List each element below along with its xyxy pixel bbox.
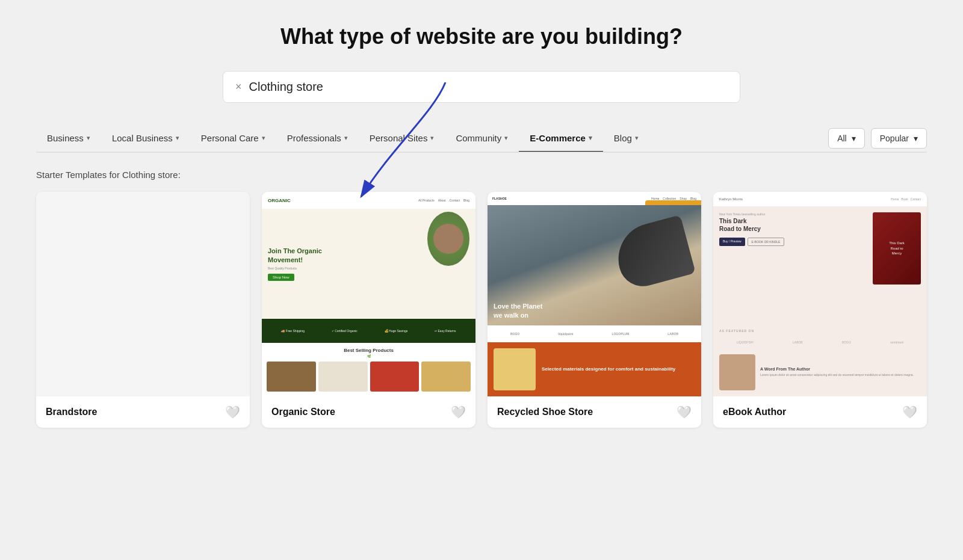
template-footer-ebook: eBook Author 🤍 <box>713 396 927 428</box>
ebook-logos: LIQUIDFISH LABOB BOGO wordmark <box>713 335 927 349</box>
search-clear-icon[interactable]: × <box>235 81 242 93</box>
shoe-hero: Love the Planetwe walk on <box>488 205 701 325</box>
template-footer-organic: Organic Store 🤍 <box>262 396 475 428</box>
chevron-down-icon: ▾ <box>176 134 179 142</box>
template-thumbnail-shoe: PREMIUM FLASHOE Home Collection Shop Blo… <box>488 192 701 396</box>
shoe-bottom: Selected materials designed for comfort … <box>488 342 701 396</box>
template-card-shoe[interactable]: PREMIUM FLASHOE Home Collection Shop Blo… <box>488 192 701 428</box>
organic-hero: Join The OrganicMovement! Best Quality P… <box>262 209 475 319</box>
starter-label: Starter Templates for Clothing store: <box>36 170 927 180</box>
organic-nav: All Products About Contact Blog <box>418 198 469 202</box>
chevron-down-icon: ▾ <box>914 134 918 143</box>
chevron-down-icon: ▾ <box>87 134 90 142</box>
template-name-organic: Organic Store <box>271 407 335 417</box>
nav-item-personal-care[interactable]: Personal Care ▾ <box>190 125 276 152</box>
nav-item-ecommerce[interactable]: E-Commerce ▾ <box>519 125 603 152</box>
template-thumbnail-ebook: Kathryn Morris HomeBookContact New York … <box>713 192 927 396</box>
nav-bar: Business ▾ Local Business ▾ Personal Car… <box>36 125 927 153</box>
template-card-brandstore[interactable]: Brandstore 🤍 <box>36 192 250 428</box>
organic-logo: ORGANIC <box>268 198 291 203</box>
template-name-brandstore: Brandstore <box>46 407 97 417</box>
nav-item-community[interactable]: Community ▾ <box>445 125 519 152</box>
templates-grid: Brandstore 🤍 ORGANIC All Products About … <box>36 192 927 428</box>
nav-item-professionals[interactable]: Professionals ▾ <box>276 125 359 152</box>
template-thumbnail-brandstore <box>36 192 250 396</box>
ebook-top: Kathryn Morris HomeBookContact <box>713 192 927 206</box>
template-card-organic[interactable]: ORGANIC All Products About Contact Blog … <box>262 192 475 428</box>
chevron-down-icon: ▾ <box>504 134 508 142</box>
shoe-logos: BOGO liquidpaint LOGOPLUM LABOB <box>488 325 701 342</box>
ebook-hero: New York Times bestselling author This D… <box>713 206 927 327</box>
favorite-icon-organic[interactable]: 🤍 <box>451 405 466 419</box>
search-value: Clothing store <box>249 80 728 94</box>
template-thumbnail-organic: ORGANIC All Products About Contact Blog … <box>262 192 475 396</box>
favorite-icon-shoe[interactable]: 🤍 <box>677 405 692 419</box>
template-card-ebook[interactable]: Kathryn Morris HomeBookContact New York … <box>713 192 927 428</box>
chevron-down-icon: ▾ <box>430 134 434 142</box>
template-name-ebook: eBook Author <box>723 407 786 417</box>
search-bar: × Clothing store <box>223 71 740 103</box>
chevron-down-icon: ▾ <box>262 134 265 142</box>
organic-products-bar: 🚚 Free Shipping ✓ Certified Organic 💰 Hu… <box>262 319 475 343</box>
page-title: What type of website are you building? <box>36 24 927 49</box>
chevron-down-icon: ▾ <box>344 134 348 142</box>
template-footer-shoe: Recycled Shoe Store 🤍 <box>488 396 701 428</box>
chevron-down-icon: ▾ <box>589 134 592 142</box>
filter-popular-dropdown[interactable]: Popular ▾ <box>871 128 927 149</box>
favorite-icon-brandstore[interactable]: 🤍 <box>225 405 240 419</box>
organic-bottom: Best Selling Products 🌿 <box>262 343 475 396</box>
template-name-shoe: Recycled Shoe Store <box>497 407 593 417</box>
favorite-icon-ebook[interactable]: 🤍 <box>902 405 917 419</box>
nav-item-personal-sites[interactable]: Personal Sites ▾ <box>359 125 445 152</box>
ebook-bottom: A Word From The Author Lorem ipsum dolor… <box>713 349 927 395</box>
chevron-down-icon: ▾ <box>635 134 639 142</box>
nav-item-local-business[interactable]: Local Business ▾ <box>101 125 190 152</box>
filter-all-dropdown[interactable]: All ▾ <box>828 128 865 149</box>
nav-item-business[interactable]: Business ▾ <box>36 125 101 152</box>
chevron-down-icon: ▾ <box>852 134 856 143</box>
template-footer-brandstore: Brandstore 🤍 <box>36 396 250 428</box>
nav-item-blog[interactable]: Blog ▾ <box>603 125 649 152</box>
